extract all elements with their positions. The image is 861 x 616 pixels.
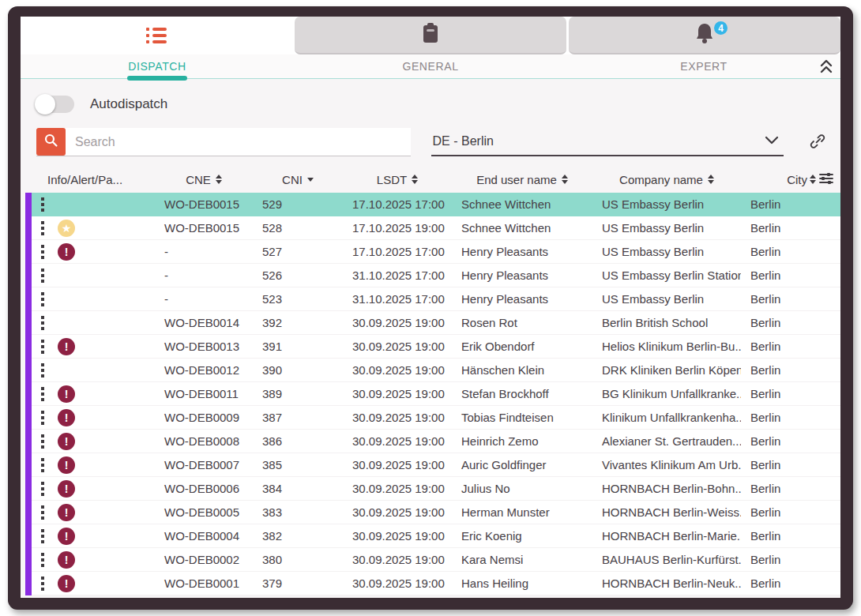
kebab-menu-icon[interactable] bbox=[39, 575, 46, 592]
column-header[interactable]: CNI bbox=[253, 173, 343, 186]
table-row[interactable]: !WO-DEB000238030.09.2025 19:00Kara Nemsi… bbox=[32, 548, 840, 572]
star-icon[interactable]: ★ bbox=[58, 220, 75, 237]
kebab-menu-icon[interactable] bbox=[39, 243, 46, 261]
cell-cni: 528 bbox=[253, 221, 343, 235]
cell-lsdt: 17.10.2025 17:00 bbox=[343, 197, 452, 211]
column-header[interactable]: LSDT bbox=[343, 173, 452, 186]
column-header[interactable]: Info/Alert/Pa... bbox=[32, 173, 155, 186]
kebab-menu-icon[interactable] bbox=[39, 267, 46, 284]
cell-user: Stefan Brockhoff bbox=[452, 387, 592, 400]
table-row[interactable]: !WO-DEB000838630.09.2025 19:00Heinrich Z… bbox=[32, 430, 840, 453]
cell-cni: 383 bbox=[253, 505, 343, 519]
column-label: LSDT bbox=[377, 173, 407, 186]
cell-cni: 527 bbox=[253, 245, 343, 258]
sort-icon[interactable] bbox=[412, 175, 418, 184]
kebab-menu-icon[interactable] bbox=[39, 314, 46, 332]
table-row[interactable]: -52631.10.2025 17:00Henry PleasantsUS Em… bbox=[32, 264, 840, 287]
alert-icon[interactable]: ! bbox=[58, 409, 75, 426]
link-button[interactable] bbox=[804, 133, 831, 156]
cell-cne: WO-DEB0014 bbox=[155, 316, 253, 329]
tab-label-general[interactable]: GENERAL bbox=[294, 60, 567, 73]
cell-cni: 385 bbox=[253, 458, 343, 471]
alert-icon[interactable]: ! bbox=[58, 575, 75, 592]
cell-user: Henry Pleasants bbox=[452, 269, 592, 282]
kebab-menu-icon[interactable] bbox=[39, 220, 46, 237]
alert-icon[interactable]: ! bbox=[58, 456, 75, 474]
alert-icon[interactable]: ! bbox=[58, 551, 75, 569]
tab-general[interactable] bbox=[295, 17, 566, 54]
sort-icon[interactable] bbox=[708, 175, 714, 184]
table-row[interactable]: -52331.10.2025 17:00Henry PleasantsUS Em… bbox=[32, 287, 840, 311]
autodispatch-toggle[interactable] bbox=[36, 96, 74, 113]
cell-lsdt: 30.09.2025 19:00 bbox=[343, 387, 452, 400]
kebab-menu-icon[interactable] bbox=[39, 291, 46, 308]
table-row[interactable]: !WO-DEB000538330.09.2025 19:00Herman Mun… bbox=[32, 501, 840, 524]
cell-company: US Embassy Berlin bbox=[592, 197, 741, 211]
tab-label-expert[interactable]: EXPERT bbox=[567, 60, 840, 73]
search-input[interactable] bbox=[66, 128, 411, 156]
table-row[interactable]: WO-DEB001552917.10.2025 17:00Schnee Witt… bbox=[32, 193, 840, 216]
table-row[interactable]: !WO-DEB000738530.09.2025 19:00Auric Gold… bbox=[32, 453, 840, 477]
column-label: City bbox=[787, 173, 807, 186]
sort-icon[interactable] bbox=[562, 175, 568, 184]
sort-icon[interactable] bbox=[810, 175, 816, 184]
kebab-menu-icon[interactable] bbox=[39, 338, 46, 355]
cell-cne: WO-DEB0002 bbox=[155, 553, 253, 566]
kebab-menu-icon[interactable] bbox=[39, 196, 46, 213]
kebab-menu-icon[interactable] bbox=[39, 551, 46, 569]
table-row[interactable]: !WO-DEB000137930.09.2025 19:00Hans Heili… bbox=[32, 572, 840, 595]
kebab-menu-icon[interactable] bbox=[39, 385, 46, 403]
sort-desc-icon[interactable] bbox=[307, 178, 314, 182]
row-icons-cell: ! bbox=[32, 575, 155, 592]
cell-lsdt: 31.10.2025 17:00 bbox=[343, 292, 452, 306]
search-button[interactable] bbox=[36, 128, 66, 156]
tab-expert[interactable]: 4 bbox=[569, 17, 840, 54]
table-row[interactable]: !-52717.10.2025 17:00Henry PleasantsUS E… bbox=[32, 240, 840, 264]
table-row[interactable]: WO-DEB001439230.09.2025 19:00Rosen RotBe… bbox=[32, 311, 840, 335]
kebab-menu-icon[interactable] bbox=[39, 480, 46, 498]
column-header[interactable]: End user name bbox=[452, 173, 592, 186]
notification-badge[interactable]: 4 bbox=[712, 20, 729, 36]
column-header[interactable]: City bbox=[741, 171, 834, 188]
column-header[interactable]: CNE bbox=[155, 173, 253, 186]
column-label: Company name bbox=[619, 173, 703, 186]
alert-icon[interactable]: ! bbox=[58, 338, 75, 355]
collapse-chevrons-icon[interactable] bbox=[818, 58, 834, 78]
table-row[interactable]: !WO-DEB000638430.09.2025 19:00Julius NoH… bbox=[32, 477, 840, 501]
cell-user: Eric Koenig bbox=[452, 529, 592, 543]
kebab-menu-icon[interactable] bbox=[39, 433, 46, 450]
sort-icon[interactable] bbox=[216, 175, 222, 184]
alert-icon[interactable]: ! bbox=[58, 385, 75, 403]
cell-user: Hans Heiling bbox=[452, 577, 592, 590]
region-select[interactable]: DE - Berlin bbox=[431, 128, 784, 156]
tab-label-dispatch[interactable]: DISPATCH bbox=[21, 60, 294, 73]
tab-dispatch[interactable] bbox=[21, 17, 292, 54]
cell-lsdt: 17.10.2025 17:00 bbox=[343, 245, 452, 258]
column-settings-icon[interactable] bbox=[818, 171, 834, 188]
table-row[interactable]: !WO-DEB000938730.09.2025 19:00Tobias Fin… bbox=[32, 406, 840, 430]
alert-icon[interactable]: ! bbox=[58, 504, 75, 521]
cell-city: Berlin bbox=[741, 411, 840, 424]
table-row[interactable]: ★WO-DEB001552817.10.2025 19:00Schnee Wit… bbox=[32, 216, 840, 240]
cell-cne: - bbox=[155, 292, 253, 306]
alert-icon[interactable]: ! bbox=[58, 433, 75, 450]
table-row[interactable]: !WO-DEB001138930.09.2025 19:00Stefan Bro… bbox=[32, 382, 840, 406]
column-label: End user name bbox=[476, 173, 557, 186]
cell-company: HORNBACH Berlin-Neuk... bbox=[592, 577, 741, 590]
search-icon bbox=[43, 133, 58, 151]
table-row[interactable]: !WO-DEB001339130.09.2025 19:00Erik Obend… bbox=[32, 335, 840, 359]
alert-icon[interactable]: ! bbox=[58, 480, 75, 498]
table-row[interactable]: WO-DEB001239030.09.2025 19:00Hänschen Kl… bbox=[32, 359, 840, 382]
table-row[interactable]: !WO-DEB000438230.09.2025 19:00Eric Koeni… bbox=[32, 524, 840, 548]
column-header[interactable]: Company name bbox=[592, 173, 741, 186]
tab-label-row: DISPATCH GENERAL EXPERT bbox=[21, 54, 840, 79]
kebab-menu-icon[interactable] bbox=[39, 409, 46, 426]
kebab-menu-icon[interactable] bbox=[39, 504, 46, 521]
alert-icon[interactable]: ! bbox=[58, 243, 75, 261]
alert-icon[interactable]: ! bbox=[58, 528, 75, 545]
cell-lsdt: 30.09.2025 19:00 bbox=[343, 411, 452, 424]
kebab-menu-icon[interactable] bbox=[39, 528, 46, 545]
kebab-menu-icon[interactable] bbox=[39, 456, 46, 474]
cell-user: Henry Pleasants bbox=[452, 292, 592, 306]
kebab-menu-icon[interactable] bbox=[39, 362, 46, 379]
